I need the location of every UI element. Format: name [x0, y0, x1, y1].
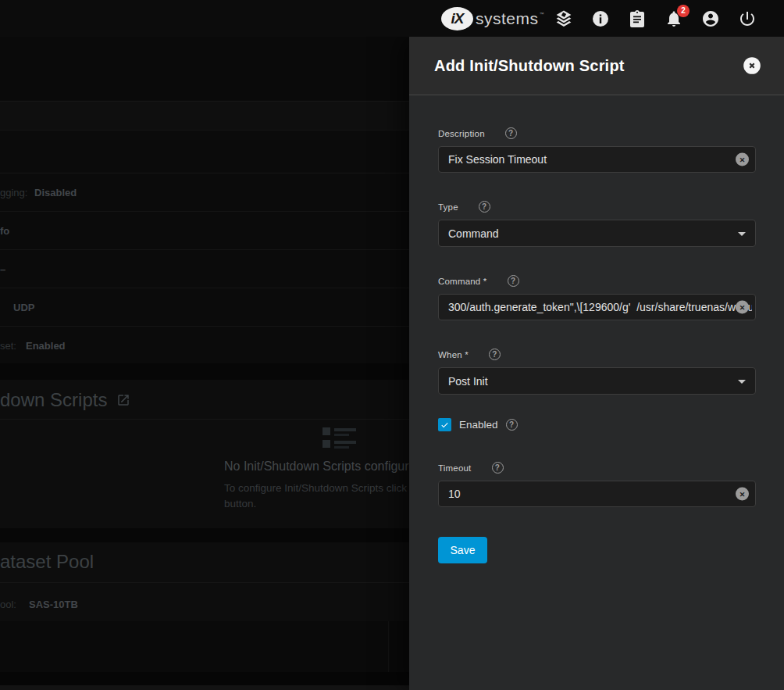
enabled-row: Enabled [438, 418, 756, 431]
truecommand-icon[interactable] [554, 9, 573, 28]
command-input[interactable] [439, 301, 755, 313]
help-icon[interactable] [506, 419, 518, 431]
when-label-row: When * [438, 349, 756, 360]
empty-list-icon [323, 427, 357, 452]
description-input-wrap [438, 146, 756, 173]
when-field: When * Post Init [438, 349, 756, 395]
dataset-card-heading-text: ataset Pool [0, 551, 94, 573]
page-title: Add Init/Shutdown Script [434, 57, 742, 75]
notifications-bell-icon[interactable]: 2 [665, 9, 683, 28]
empty-state-title: No Init/Shutdown Scripts configured [224, 459, 422, 474]
when-label: When * [438, 350, 469, 359]
timeout-input[interactable] [439, 488, 755, 500]
open-in-new-icon [116, 393, 130, 407]
topbar: iX systems ™ 2 [0, 0, 784, 37]
command-field: Command * [438, 275, 756, 320]
empty-state-text: To configure Init/Shutdown Scripts click… [224, 482, 425, 494]
help-icon[interactable] [508, 275, 519, 287]
timeout-label: Timeout [438, 463, 472, 473]
command-label: Command * [438, 277, 487, 286]
chevron-down-icon [738, 232, 746, 236]
add-init-shutdown-script-panel: Add Init/Shutdown Script Description Typ… [409, 37, 784, 690]
truenas-screen: gging: Disabled fo – UDP set: Enabled do… [0, 0, 784, 690]
notification-badge: 2 [677, 5, 690, 17]
when-select-value: Post Init [448, 375, 488, 388]
ix-logo-ellipse: iX [441, 7, 473, 30]
command-label-row: Command * [438, 275, 756, 287]
row-label: gging: [0, 187, 27, 198]
info-icon[interactable] [591, 9, 610, 28]
timeout-input-wrap [438, 481, 756, 507]
description-label-row: Description [438, 127, 756, 139]
type-field: Type Command [438, 201, 756, 247]
save-button[interactable]: Save [438, 537, 487, 563]
ix-logo-text: systems [476, 9, 539, 28]
help-icon[interactable] [489, 349, 501, 360]
timeout-label-row: Timeout [438, 462, 756, 474]
description-field: Description [438, 127, 756, 173]
trademark-symbol: ™ [540, 12, 544, 16]
scripts-card-heading-text: down Scripts [0, 389, 107, 411]
clear-icon[interactable] [736, 488, 749, 501]
type-select[interactable]: Command [438, 220, 756, 247]
help-icon[interactable] [505, 127, 517, 139]
row-label: set: [0, 340, 16, 352]
type-label: Type [438, 202, 458, 212]
clear-icon[interactable] [736, 301, 749, 314]
when-select[interactable]: Post Init [438, 367, 756, 395]
row-value: Enabled [26, 340, 66, 352]
clipboard-icon[interactable] [628, 9, 647, 28]
row-value: Disabled [34, 187, 77, 198]
type-label-row: Type [438, 201, 756, 213]
type-select-value: Command [448, 227, 499, 240]
power-icon[interactable] [738, 9, 757, 28]
command-input-wrap [438, 294, 756, 320]
chevron-down-icon [738, 380, 746, 384]
row-value: SAS-10TB [29, 599, 78, 610]
ixsystems-logo: iX systems ™ [441, 0, 544, 37]
form: Description Type Command [409, 95, 784, 563]
row-value: fo [0, 225, 9, 237]
empty-state-text: button. [224, 498, 256, 509]
account-icon[interactable] [701, 9, 720, 28]
description-input[interactable] [439, 153, 755, 166]
timeout-field: Timeout [438, 462, 756, 507]
row-value: UDP [13, 302, 34, 313]
topbar-actions: 2 [554, 0, 757, 37]
description-label: Description [438, 129, 485, 138]
dataset-card-heading: ataset Pool [0, 551, 94, 573]
row-label: ool: [0, 599, 16, 610]
enabled-label: Enabled [459, 419, 498, 431]
close-icon[interactable] [742, 55, 762, 76]
panel-header: Add Init/Shutdown Script [409, 37, 784, 95]
enabled-checkbox[interactable] [438, 418, 451, 431]
row-value: – [0, 263, 5, 275]
clear-icon[interactable] [736, 153, 749, 166]
scripts-card-heading: down Scripts [0, 389, 130, 411]
help-icon[interactable] [479, 201, 490, 213]
help-icon[interactable] [492, 462, 504, 474]
